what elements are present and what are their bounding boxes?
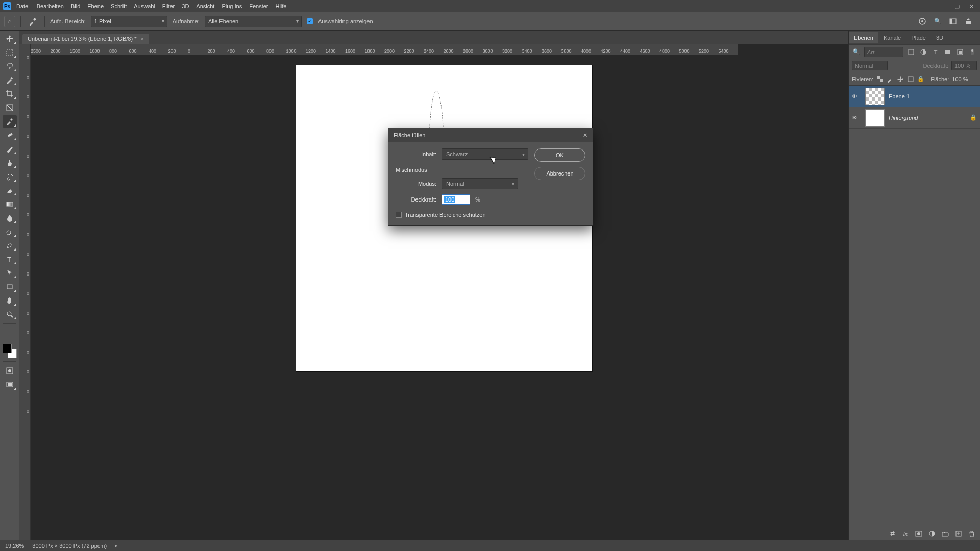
content-select[interactable]: Schwarz	[442, 148, 528, 160]
tab-pfade[interactable]: Pfade	[906, 32, 931, 43]
tool-crop[interactable]	[3, 88, 17, 100]
link-layers-icon[interactable]: ⇄	[888, 530, 896, 538]
menu-ansicht[interactable]: Ansicht	[196, 3, 214, 9]
quick-mask-button[interactable]	[3, 365, 17, 377]
menu-schrift[interactable]: Schrift	[111, 3, 127, 9]
tool-brush[interactable]	[3, 143, 17, 155]
tab-3d[interactable]: 3D	[931, 32, 948, 43]
menu-filter[interactable]: Filter	[162, 3, 175, 9]
sample-size-select[interactable]: 1 Pixel	[91, 16, 167, 27]
show-sample-ring-checkbox[interactable]: ✓	[307, 18, 313, 24]
filter-shape-icon[interactable]	[943, 47, 952, 57]
tool-gradient[interactable]	[3, 198, 17, 210]
tool-eraser[interactable]	[3, 184, 17, 196]
workspace-icon[interactable]	[948, 17, 958, 26]
menu-bild[interactable]: Bild	[71, 3, 80, 9]
vertical-ruler[interactable]: 0000000000000000000	[19, 55, 31, 540]
blend-mode-select[interactable]: Normal	[852, 61, 888, 70]
horizontal-ruler[interactable]: 2500200015001000800600400200020040060080…	[31, 44, 738, 55]
tool-blur[interactable]	[3, 212, 17, 224]
color-swatches[interactable]	[3, 344, 17, 358]
edit-toolbar-button[interactable]: ⋯	[3, 327, 17, 339]
layer-row[interactable]: 👁Ebene 1	[849, 86, 980, 107]
doc-info[interactable]: 3000 Px × 3000 Px (72 ppcm)	[32, 543, 107, 549]
menu-fenster[interactable]: Fenster	[249, 3, 268, 9]
menu-hilfe[interactable]: Hilfe	[275, 3, 286, 9]
share-icon[interactable]	[964, 17, 973, 26]
fill-input[interactable]: 100 %	[952, 76, 977, 82]
visibility-icon[interactable]: 👁	[852, 115, 861, 121]
maximize-button[interactable]: ▢	[951, 2, 963, 10]
lock-artboard-icon[interactable]	[907, 74, 914, 84]
delete-layer-icon[interactable]	[968, 530, 976, 538]
cancel-button[interactable]: Abbrechen	[534, 167, 585, 180]
lock-transparency-icon[interactable]	[876, 74, 884, 84]
layer-thumbnail[interactable]	[865, 109, 885, 127]
tool-path-select[interactable]	[3, 267, 17, 279]
lock-position-icon[interactable]	[897, 74, 904, 84]
menu-plugins[interactable]: Plug-ins	[222, 3, 242, 9]
filter-adjust-icon[interactable]	[919, 47, 928, 57]
close-tab-icon[interactable]: ×	[140, 36, 143, 42]
filter-kind-select[interactable]: Art	[864, 47, 903, 57]
menu-ebene[interactable]: Ebene	[87, 3, 104, 9]
tool-eyedropper[interactable]	[3, 115, 17, 128]
layer-thumbnail[interactable]	[865, 88, 885, 105]
dialog-close-icon[interactable]: ✕	[583, 132, 587, 139]
ok-button[interactable]: OK	[534, 148, 585, 162]
adjustment-layer-icon[interactable]	[928, 530, 936, 538]
cloud-docs-icon[interactable]	[918, 17, 927, 26]
lock-icon[interactable]: 🔒	[970, 114, 977, 121]
tool-history-brush[interactable]	[3, 170, 17, 183]
tool-magic-wand[interactable]	[3, 74, 17, 86]
filter-type-icon[interactable]: T	[931, 47, 940, 57]
group-icon[interactable]	[941, 530, 949, 538]
fg-color-swatch[interactable]	[3, 344, 12, 353]
current-tool-icon[interactable]	[26, 16, 39, 27]
lock-pixels-icon[interactable]	[887, 74, 894, 84]
panel-menu-icon[interactable]: ≡	[969, 33, 980, 43]
tool-type[interactable]: T	[3, 253, 17, 265]
filter-toggle[interactable]	[968, 47, 977, 57]
sample-target-select[interactable]: Alle Ebenen	[205, 16, 302, 27]
tab-kanaele[interactable]: Kanäle	[878, 32, 906, 43]
tool-frame[interactable]	[3, 102, 17, 114]
tool-spot-heal[interactable]	[3, 129, 17, 141]
filter-pixel-icon[interactable]	[906, 47, 916, 57]
tool-lasso[interactable]	[3, 60, 17, 72]
close-window-button[interactable]: ✕	[966, 2, 977, 10]
menu-auswahl[interactable]: Auswahl	[134, 3, 155, 9]
tool-hand[interactable]	[3, 294, 17, 307]
tool-clone[interactable]	[3, 157, 17, 169]
tool-marquee[interactable]	[3, 46, 17, 59]
home-button[interactable]: ⌂	[4, 16, 15, 27]
tool-move[interactable]	[3, 33, 17, 45]
menu-datei[interactable]: Datei	[16, 3, 30, 9]
tool-pen[interactable]	[3, 239, 17, 252]
status-flyout-icon[interactable]: ▸	[115, 542, 118, 549]
opacity-input-field[interactable]: 100	[442, 194, 470, 205]
filter-search-icon[interactable]: 🔍	[852, 47, 861, 57]
tool-dodge[interactable]	[3, 226, 17, 238]
dialog-titlebar[interactable]: Fläche füllen ✕	[388, 128, 593, 142]
lock-all-icon[interactable]: 🔒	[917, 74, 924, 84]
visibility-icon[interactable]: 👁	[852, 93, 861, 99]
preserve-transparency-checkbox[interactable]: Transparente Bereiche schützen	[396, 212, 528, 218]
layer-name[interactable]: Hintergrund	[889, 115, 918, 121]
layer-name[interactable]: Ebene 1	[889, 93, 910, 99]
layer-row[interactable]: 👁Hintergrund🔒	[849, 107, 980, 129]
menu-3d[interactable]: 3D	[182, 3, 189, 9]
mode-select[interactable]: Normal	[442, 178, 518, 189]
zoom-level[interactable]: 19,26%	[5, 543, 24, 549]
document-tab[interactable]: Unbenannt-1 bei 19,3% (Ebene 1, RGB/8) *…	[22, 34, 149, 44]
minimize-button[interactable]: —	[937, 2, 948, 10]
layer-mask-icon[interactable]	[915, 530, 923, 538]
screen-mode-button[interactable]	[3, 379, 17, 391]
tool-shape[interactable]	[3, 281, 17, 293]
tool-zoom[interactable]	[3, 308, 17, 320]
new-layer-icon[interactable]	[954, 530, 963, 538]
menu-bearbeiten[interactable]: Bearbeiten	[37, 3, 64, 9]
search-icon[interactable]: 🔍	[933, 17, 942, 26]
tab-ebenen[interactable]: Ebenen	[849, 32, 878, 43]
opacity-input[interactable]: 100 %	[951, 61, 977, 70]
